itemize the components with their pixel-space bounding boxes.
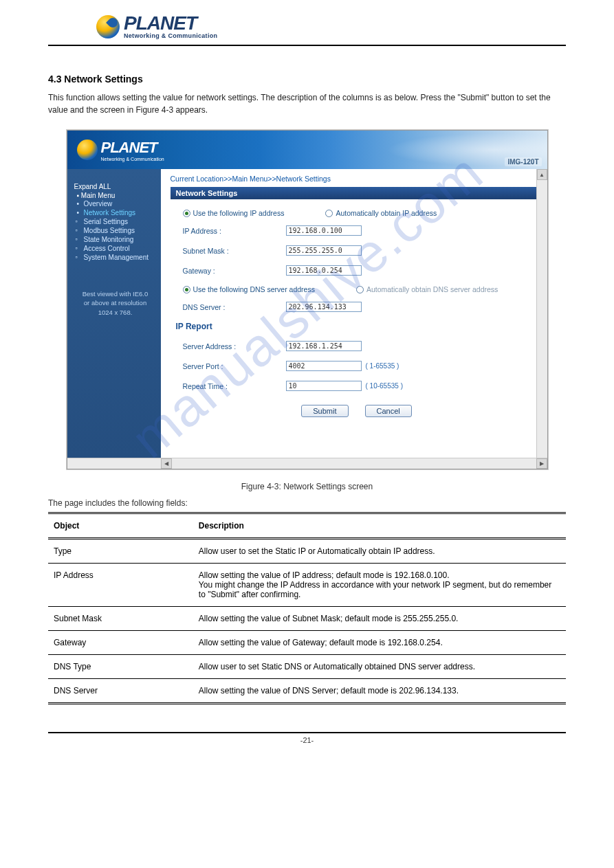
horizontal-scrollbar[interactable]: ◀ ▶ <box>67 458 547 469</box>
banner-logo-sub: Networking & Communication <box>101 157 164 162</box>
content-area: ▲ Current Location>>Main Menu>>Network S… <box>161 169 547 458</box>
note-line: Best viewed with IE6.0 <box>74 289 157 298</box>
th-object: Object <box>48 513 193 539</box>
menu-root[interactable]: ▪ Main Menu <box>77 192 157 199</box>
section-desc: This function allows setting the value f… <box>0 91 614 130</box>
cell-desc: Allow user to set the Static IP or Autom… <box>193 539 566 564</box>
note-line: 1024 x 768. <box>74 308 157 317</box>
server-port-hint: ( 1-65535 ) <box>366 362 399 370</box>
sidebar-item-system-management[interactable]: System Management <box>74 253 157 262</box>
subnet-mask-label: Subnet Mask : <box>183 247 286 255</box>
table-row: Subnet Mask Allow setting the value of S… <box>48 607 566 631</box>
page-footer: -21- <box>48 732 566 744</box>
table-row: DNS Type Allow user to set Static DNS or… <box>48 655 566 679</box>
cell-desc: Allow setting the value of IP address; d… <box>193 564 566 607</box>
cell-desc: Allow setting the value of Subnet Mask; … <box>193 607 566 631</box>
ip-address-label: IP Address : <box>183 227 286 235</box>
fields-table: Object Description Type Allow user to se… <box>48 512 566 704</box>
th-description: Description <box>193 513 566 539</box>
table-intro: The page includes the following fields: <box>0 498 614 512</box>
ip-report-heading: IP Report <box>176 322 531 331</box>
cell-object: DNS Server <box>48 679 193 704</box>
scroll-left-icon[interactable]: ◀ <box>161 458 172 469</box>
sidebar-item-serial-settings[interactable]: Serial Settings <box>74 217 157 226</box>
cell-desc: Allow user to set Static DNS or Automati… <box>193 655 566 679</box>
sidebar-item-access-control[interactable]: Access Control <box>74 244 157 253</box>
radio-label: Use the following IP address <box>193 209 285 217</box>
cell-object: Subnet Mask <box>48 607 193 631</box>
breadcrumb: Current Location>>Main Menu>>Network Set… <box>171 175 538 183</box>
app-banner: PLANET Networking & Communication IMG-12… <box>67 131 547 169</box>
cell-object: Type <box>48 539 193 564</box>
radio-checked-icon <box>183 210 190 217</box>
repeat-time-input[interactable] <box>286 381 362 391</box>
server-port-input[interactable] <box>286 361 362 371</box>
logo-subtext: Networking & Communication <box>124 33 217 39</box>
dns-server-input[interactable] <box>286 302 362 312</box>
sidebar-note: Best viewed with IE6.0 or above at resol… <box>74 289 157 317</box>
radio-checked-icon <box>183 286 190 293</box>
planet-logo: PLANET Networking & Communication <box>96 14 518 39</box>
note-line: or above at resolution <box>74 298 157 307</box>
radio-auto-ip[interactable]: Automatically obtain IP address <box>325 209 437 217</box>
cancel-button[interactable]: Cancel <box>365 405 412 417</box>
banner-logo: PLANET Networking & Communication <box>77 139 164 162</box>
ip-address-input[interactable] <box>286 225 362 236</box>
server-address-label: Server Address : <box>183 342 286 350</box>
gateway-input[interactable] <box>286 265 362 276</box>
radio-unchecked-icon <box>356 286 364 293</box>
model-badge: IMG-120T <box>505 157 541 166</box>
banner-logo-text: PLANET <box>101 139 164 157</box>
section-title: 4.3 Network Settings <box>0 46 614 91</box>
logo-text: PLANET <box>124 14 217 33</box>
form-area: Use the following IP address Automatical… <box>171 199 538 424</box>
table-row: Gateway Allow setting the value of Gatew… <box>48 631 566 655</box>
globe-icon <box>96 15 120 38</box>
server-address-input[interactable] <box>286 341 362 351</box>
cell-object: Gateway <box>48 631 193 655</box>
submit-button[interactable]: Submit <box>301 405 348 417</box>
radio-auto-dns[interactable]: Automatically obtain DNS server address <box>356 285 498 293</box>
page-header: PLANET Networking & Communication <box>48 0 566 46</box>
table-row: Type Allow user to set the Static IP or … <box>48 539 566 564</box>
subnet-mask-input[interactable] <box>286 245 362 256</box>
sidebar-item-network-settings[interactable]: Network Settings <box>74 208 157 217</box>
radio-use-dns[interactable]: Use the following DNS server address <box>183 285 315 293</box>
scroll-right-icon[interactable]: ▶ <box>536 458 547 469</box>
server-port-label: Server Port : <box>183 362 286 370</box>
table-row: DNS Server Allow setting the value of DN… <box>48 679 566 704</box>
cell-object: DNS Type <box>48 655 193 679</box>
radio-label: Automatically obtain DNS server address <box>366 285 498 293</box>
sidebar: Expand ALL ▪ Main Menu Overview Network … <box>67 169 161 458</box>
dns-server-label: DNS Server : <box>183 303 286 311</box>
sidebar-item-state-monitoring[interactable]: State Monitoring <box>74 235 157 244</box>
table-row: IP Address Allow setting the value of IP… <box>48 564 566 607</box>
repeat-time-label: Repeat Time : <box>183 382 286 390</box>
cell-desc: Allow setting the value of DNS Server; d… <box>193 679 566 704</box>
globe-icon <box>77 140 98 160</box>
gateway-label: Gateway : <box>183 267 286 275</box>
radio-label: Automatically obtain IP address <box>336 209 437 217</box>
vertical-scrollbar[interactable]: ▲ <box>536 169 547 458</box>
sidebar-item-modbus-settings[interactable]: Modbus Settings <box>74 226 157 235</box>
repeat-time-hint: ( 10-65535 ) <box>366 382 403 390</box>
radio-unchecked-icon <box>325 210 333 217</box>
panel-title: Network Settings <box>171 187 538 199</box>
radio-use-ip[interactable]: Use the following IP address <box>183 209 285 217</box>
sidebar-item-overview[interactable]: Overview <box>74 199 157 208</box>
scroll-up-icon[interactable]: ▲ <box>537 169 547 180</box>
cell-desc: Allow setting the value of Gateway; defa… <box>193 631 566 655</box>
expand-all[interactable]: Expand ALL <box>74 183 157 190</box>
figure-caption: Figure 4-3: Network Settings screen <box>0 482 614 491</box>
cell-object: IP Address <box>48 564 193 607</box>
page-number: -21- <box>300 736 314 744</box>
radio-label: Use the following DNS server address <box>193 285 315 293</box>
screenshot: manualshive.com PLANET Networking & Comm… <box>67 130 548 469</box>
